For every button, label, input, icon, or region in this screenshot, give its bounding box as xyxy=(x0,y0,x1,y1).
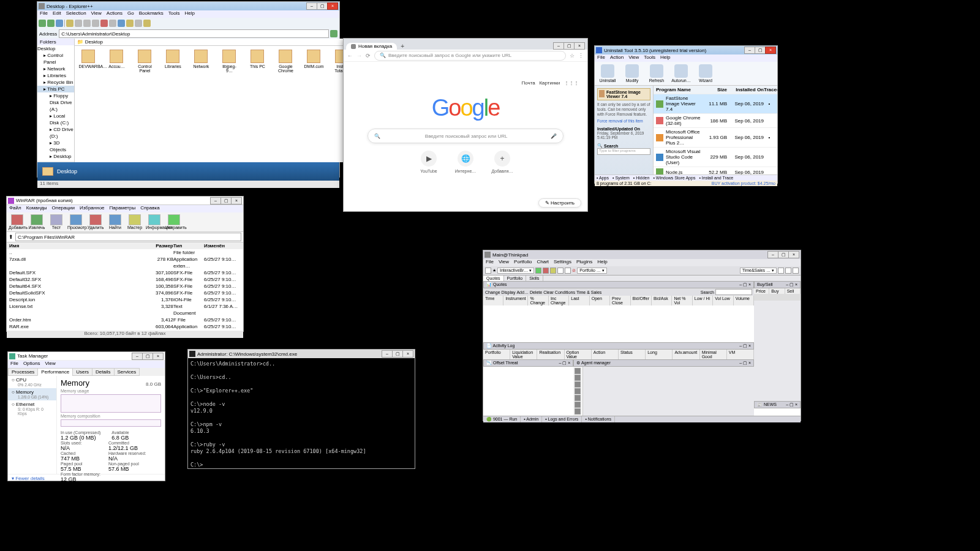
copy-icon[interactable] xyxy=(75,20,82,27)
file-row[interactable]: Order.htm3,412F File6/25/27 9:10… xyxy=(7,317,243,323)
explorer-titlebar[interactable]: Desktop - Explorer++ – ▢ × xyxy=(37,2,339,10)
close-button[interactable]: × xyxy=(765,47,776,54)
menu-item[interactable]: Chart xyxy=(534,259,551,266)
tab-services[interactable]: Services xyxy=(114,368,140,376)
status-icon[interactable] xyxy=(550,268,556,274)
status-item[interactable]: ▪ Admin xyxy=(521,416,542,422)
program-row[interactable]: Google Chrome (32-bit)186 MBSep 06, 2019 xyxy=(654,114,777,128)
menu-item[interactable]: Help xyxy=(595,259,609,266)
path-input[interactable]: C:\Program Files\WinRAR xyxy=(15,233,241,241)
list-header[interactable]: Program Name Size Installed On Traced xyxy=(654,86,777,94)
desktop-icon[interactable]: libjpeg-9… xyxy=(219,50,239,73)
winrar-menubar[interactable]: ФайлКомандыОперацииИзбранноеПараметрыСпр… xyxy=(7,205,243,212)
desktop-icon[interactable]: DEVWARBA… xyxy=(78,50,98,69)
trading-toolbar[interactable]: ★ InteractiveBr… ▾ ⊘ Portfolio … ▾ Time&… xyxy=(483,266,801,275)
terminal-window[interactable]: Administrator: C:\Windows\system32\cmd.e… xyxy=(187,349,415,469)
toolbar-refresh[interactable]: Refresh xyxy=(646,64,667,83)
file-row[interactable]: RAR.exe603,064Application6/25/27 9:10… xyxy=(7,323,243,330)
col-header[interactable]: Vol Low xyxy=(713,296,733,305)
back-icon[interactable] xyxy=(39,20,46,27)
minimize-button[interactable]: – xyxy=(132,353,143,360)
quotes-toolbar[interactable]: Change DisplayAdd…DeleteClearConditionsT… xyxy=(483,288,754,296)
menu-item[interactable]: View xyxy=(42,361,58,368)
terminal-output[interactable]: C:\Users\Administrator>cd.. C:\Users>cd.… xyxy=(188,358,415,468)
buysell-ladder[interactable] xyxy=(754,294,801,401)
fwd-icon[interactable]: → xyxy=(356,53,362,59)
menu-item[interactable]: Операции xyxy=(50,205,77,212)
toolbar-uninstall[interactable]: Uninstall xyxy=(597,64,618,83)
agent-side-tools[interactable] xyxy=(573,367,583,416)
col-header[interactable]: Liquidation Value xyxy=(510,350,537,359)
footer-tab[interactable]: ▪ Install and Trace xyxy=(699,176,733,180)
col-header[interactable]: Volume xyxy=(734,296,754,305)
status-item[interactable]: ▪ Logs and Errors xyxy=(542,416,582,422)
col-header[interactable]: Last xyxy=(569,296,589,305)
side-memory[interactable]: ○ Memory1.2/8.0 GB (14%) xyxy=(8,388,56,400)
col-header[interactable]: Open xyxy=(590,296,610,305)
winrar-toolbar[interactable]: ДобавитьИзвлечьТестПросмотрУдалитьНайтиМ… xyxy=(7,212,243,231)
apps-icon[interactable]: ⋮⋮⋮ xyxy=(564,80,579,86)
chrome-tab[interactable]: Новая вкладка xyxy=(346,43,397,50)
menu-item[interactable]: View xyxy=(496,259,511,266)
tool-icon[interactable] xyxy=(575,381,581,388)
chrome-tabstrip[interactable]: Новая вкладка + –▢× xyxy=(344,39,587,50)
status-item[interactable]: 🟢 9001 — Run xyxy=(483,416,521,422)
maximize-button[interactable]: ▢ xyxy=(778,251,789,258)
up-icon[interactable]: ⬆ xyxy=(9,234,13,240)
program-list[interactable]: Program Name Size Installed On Traced Fa… xyxy=(654,86,777,174)
minimize-button[interactable]: – xyxy=(306,2,317,10)
file-row[interactable]: DefaultSolidSFX374,896SFX-File6/25/27 9:… xyxy=(7,290,243,296)
filter-input[interactable]: Type to filter programs xyxy=(597,148,650,155)
col-header[interactable]: Option Value xyxy=(565,350,592,359)
col-header[interactable]: Status xyxy=(619,350,646,359)
menu-item[interactable]: File xyxy=(483,259,496,266)
views-icon[interactable] xyxy=(135,20,142,27)
tm-sidebar[interactable]: ○ CPU0% 2.40 GHz○ Memory1.2/8.0 GB (14%)… xyxy=(8,376,57,474)
tab-skills[interactable]: Skills xyxy=(526,276,543,281)
tm-tabs[interactable]: ProcessesPerformanceUsersDetailsServices xyxy=(8,368,165,376)
tab-quotes[interactable]: Quotes xyxy=(483,276,504,281)
tool-icon[interactable] xyxy=(557,268,564,274)
menu-bookmarks[interactable]: Bookmarks xyxy=(137,10,166,18)
tool-icon[interactable] xyxy=(793,268,799,274)
close-button[interactable]: × xyxy=(327,2,338,10)
file-row[interactable]: Descript.ion1,376ION-File6/25/27 9:10… xyxy=(7,296,243,303)
maximize-button[interactable]: ▢ xyxy=(142,353,153,360)
file-list[interactable]: ИмяРазмерТипИзменён ..File folder7zxa.dl… xyxy=(7,242,243,331)
menu-file[interactable]: File xyxy=(37,10,50,18)
menu-item[interactable]: Избранное xyxy=(77,205,107,212)
menu-tools[interactable]: Tools xyxy=(166,10,183,18)
menu-help[interactable]: Help xyxy=(658,54,673,62)
col-header[interactable]: Bid/Ask xyxy=(652,296,672,305)
tree-item[interactable]: ▸ Local Disk (C:) xyxy=(37,113,74,126)
program-row[interactable]: Node.js52.2 MBSep 06, 2019 xyxy=(654,167,777,174)
col-header[interactable]: Realisation xyxy=(537,350,564,359)
tab-users[interactable]: Users xyxy=(72,368,92,376)
tool-icon[interactable] xyxy=(785,268,791,274)
tool-icon[interactable] xyxy=(575,388,581,394)
tree-item[interactable]: ▸ CD Drive (D:) xyxy=(37,126,74,140)
agent-pane-title[interactable]: ⚙ Agent manager– ▢ × xyxy=(573,359,754,367)
footer-tabs[interactable]: ▪ Apps▪ System▪ Hidden▪ Windows Store Ap… xyxy=(595,174,777,181)
toolbar-button[interactable]: Информация xyxy=(146,214,163,230)
menu-item[interactable]: Команды xyxy=(24,205,50,212)
tool-icon[interactable] xyxy=(575,402,581,408)
tree-item[interactable]: ▸ 3D Objects xyxy=(37,140,74,153)
menu-selection[interactable]: Selection xyxy=(64,10,89,18)
menu-actions[interactable]: Actions xyxy=(104,10,125,18)
images-link[interactable]: Картинки xyxy=(539,80,560,86)
menu-tools[interactable]: Tools xyxy=(641,54,658,62)
close-button[interactable]: × xyxy=(231,197,242,204)
portfolio-dropdown[interactable]: Portfolio … ▾ xyxy=(577,268,607,274)
buy-link[interactable]: BUY activation product: $4.25/mo xyxy=(712,181,775,186)
col-header[interactable]: Instrument xyxy=(503,296,528,305)
minimize-button[interactable]: – xyxy=(767,251,778,258)
trading-statusbar[interactable]: 🟢 9001 — Run▪ Admin▪ Logs and Errors▪ No… xyxy=(483,416,801,422)
folder-icon[interactable] xyxy=(66,20,74,27)
explorer-menubar[interactable]: FileEditSelectionViewActionsGoBookmarksT… xyxy=(37,10,339,18)
menu-go[interactable]: Go xyxy=(125,10,137,18)
shortcut-0[interactable]: ▶YouTube xyxy=(417,151,441,173)
disconnect-icon[interactable] xyxy=(543,268,549,274)
maximize-button[interactable]: ▢ xyxy=(564,42,575,50)
search-icon[interactable] xyxy=(118,20,125,27)
